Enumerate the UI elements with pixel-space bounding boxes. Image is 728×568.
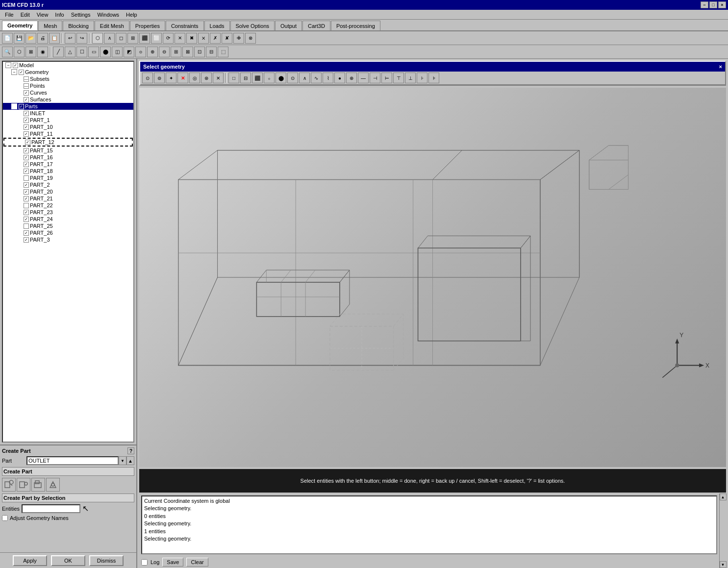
tree-check-parts[interactable]: [19, 104, 24, 109]
tree-part16[interactable]: PART_16: [3, 154, 133, 161]
geom-tool-10[interactable]: ⨯: [198, 33, 209, 44]
tree-check-part2[interactable]: [24, 182, 29, 188]
view-btn-9[interactable]: ⬤: [100, 47, 111, 57]
scroll-down-btn[interactable]: ▼: [720, 561, 727, 568]
menu-edit[interactable]: Edit: [18, 11, 33, 19]
tree-part25[interactable]: PART_25: [3, 222, 133, 229]
tree-inlet[interactable]: INLET: [3, 110, 133, 117]
tree-check-model[interactable]: [13, 63, 18, 68]
tree-part20[interactable]: PART_20: [3, 188, 133, 195]
menu-help[interactable]: Help: [123, 11, 140, 19]
log-scrollbar[interactable]: ▲ ▼: [719, 494, 726, 568]
adjust-geom-checkbox[interactable]: [2, 515, 8, 521]
view-btn-6[interactable]: △: [65, 47, 75, 57]
tree-expand-geometry[interactable]: −: [11, 69, 17, 75]
part-dropdown-btn[interactable]: ▼: [119, 456, 126, 465]
create-part-icon-1[interactable]: [2, 478, 16, 492]
geom-tool-2[interactable]: ∧: [104, 33, 115, 44]
geom-sel-btn-20[interactable]: ⊣: [370, 73, 380, 83]
view-btn-12[interactable]: ⌾: [135, 47, 146, 57]
tree-part24[interactable]: PART_24: [3, 216, 133, 222]
log-checkbox[interactable]: [141, 559, 148, 566]
geom-sel-btn-17[interactable]: ●: [334, 73, 345, 83]
geom-sel-btn-10[interactable]: ⬛: [252, 73, 263, 83]
menu-settings[interactable]: Settings: [68, 11, 94, 19]
geom-sel-btn-12[interactable]: ⬤: [276, 73, 286, 83]
view-btn-2[interactable]: ⬡: [14, 47, 25, 57]
select-geom-close[interactable]: ×: [719, 64, 722, 70]
tree-model[interactable]: − Model: [3, 62, 133, 69]
menu-file[interactable]: File: [2, 11, 17, 19]
tree-curves[interactable]: Curves: [3, 89, 133, 96]
tree-subsets[interactable]: — Subsets: [3, 75, 133, 82]
tab-loads[interactable]: Loads: [204, 21, 230, 30]
tree-check-part11[interactable]: [24, 131, 29, 137]
geom-sel-btn-11[interactable]: ⬦: [264, 73, 275, 83]
create-part-icon-3[interactable]: [31, 478, 45, 492]
viewport[interactable]: Y X: [139, 88, 726, 467]
tree-points[interactable]: — Points: [3, 82, 133, 89]
geom-tool-3[interactable]: ◻: [116, 33, 126, 44]
tree-check-part25[interactable]: [24, 223, 29, 229]
tree-check-part22[interactable]: [24, 203, 29, 208]
tree-part2[interactable]: PART_2: [3, 181, 133, 188]
tree-part12[interactable]: PART_12: [3, 138, 133, 147]
tree-check-part21[interactable]: [24, 196, 29, 201]
toolbar-btn-2[interactable]: 💾: [14, 33, 25, 44]
tree-part18[interactable]: PART_18: [3, 168, 133, 174]
view-btn-4[interactable]: ◉: [37, 47, 48, 57]
scroll-up-btn[interactable]: ▲: [720, 494, 727, 500]
part-input[interactable]: [26, 456, 119, 465]
tree-check-part3[interactable]: [24, 237, 29, 243]
geom-sel-btn-22[interactable]: ⊤: [393, 73, 404, 83]
view-btn-13[interactable]: ⊕: [147, 47, 158, 57]
view-btn-11[interactable]: ◩: [124, 47, 134, 57]
tree-check-part12[interactable]: [25, 140, 30, 145]
menu-view[interactable]: View: [34, 11, 51, 19]
tree-check-part26[interactable]: [24, 230, 29, 236]
tree-check-inlet[interactable]: [24, 111, 29, 116]
tree-check-points[interactable]: —: [24, 83, 29, 89]
tree-panel[interactable]: − Model − Geometry — Subsets: [2, 61, 134, 443]
view-btn-15[interactable]: ⊞: [171, 47, 181, 57]
dismiss-button[interactable]: Dismiss: [89, 555, 124, 566]
close-button[interactable]: ×: [718, 1, 726, 8]
toolbar-btn-undo[interactable]: ↩: [65, 33, 75, 44]
geom-sel-btn-2[interactable]: ⊚: [154, 73, 165, 83]
geom-tool-5[interactable]: ⬛: [139, 33, 150, 44]
view-btn-19[interactable]: ⬚: [218, 47, 228, 57]
tree-expand-parts[interactable]: −: [11, 103, 17, 109]
tree-surfaces[interactable]: Surfaces: [3, 96, 133, 103]
geom-tool-9[interactable]: ✖: [186, 33, 197, 44]
geom-sel-btn-15[interactable]: ∿: [311, 73, 322, 83]
geom-sel-btn-19[interactable]: —: [358, 73, 369, 83]
view-btn-18[interactable]: ⊟: [206, 47, 217, 57]
ok-button[interactable]: OK: [51, 555, 85, 566]
view-btn-3[interactable]: ⊠: [25, 47, 36, 57]
tree-part26[interactable]: PART_26: [3, 229, 133, 236]
geom-sel-btn-8[interactable]: □: [228, 73, 239, 83]
tree-check-curves[interactable]: [24, 90, 29, 96]
geom-sel-btn-7[interactable]: ✕: [213, 73, 224, 83]
tab-blocking[interactable]: Blocking: [63, 21, 94, 30]
tab-post-processing[interactable]: Post-processing: [331, 21, 380, 30]
geom-sel-btn-24[interactable]: ⊦: [417, 73, 427, 83]
tree-check-part16[interactable]: [24, 155, 29, 160]
create-part-icon-4[interactable]: [46, 478, 60, 492]
geom-sel-btn-18[interactable]: ⊕: [346, 73, 357, 83]
tree-part17[interactable]: PART_17: [3, 161, 133, 168]
geom-tool-8[interactable]: ✕: [175, 33, 185, 44]
tab-constraints[interactable]: Constraints: [166, 21, 204, 30]
tree-geometry[interactable]: − Geometry: [3, 69, 133, 75]
minimize-button[interactable]: −: [701, 1, 708, 8]
tab-edit-mesh[interactable]: Edit Mesh: [95, 21, 129, 30]
maximize-button[interactable]: □: [709, 1, 717, 8]
tree-part1[interactable]: PART_1: [3, 117, 133, 123]
tree-check-part17[interactable]: [24, 162, 29, 167]
tab-geometry[interactable]: Geometry: [2, 21, 38, 30]
view-btn-8[interactable]: ▭: [88, 47, 99, 57]
geom-tool-11[interactable]: ✗: [210, 33, 221, 44]
tree-part22[interactable]: PART_22: [3, 202, 133, 209]
geom-tool-13[interactable]: ✙: [233, 33, 244, 44]
tree-parts[interactable]: − Parts: [3, 103, 133, 110]
